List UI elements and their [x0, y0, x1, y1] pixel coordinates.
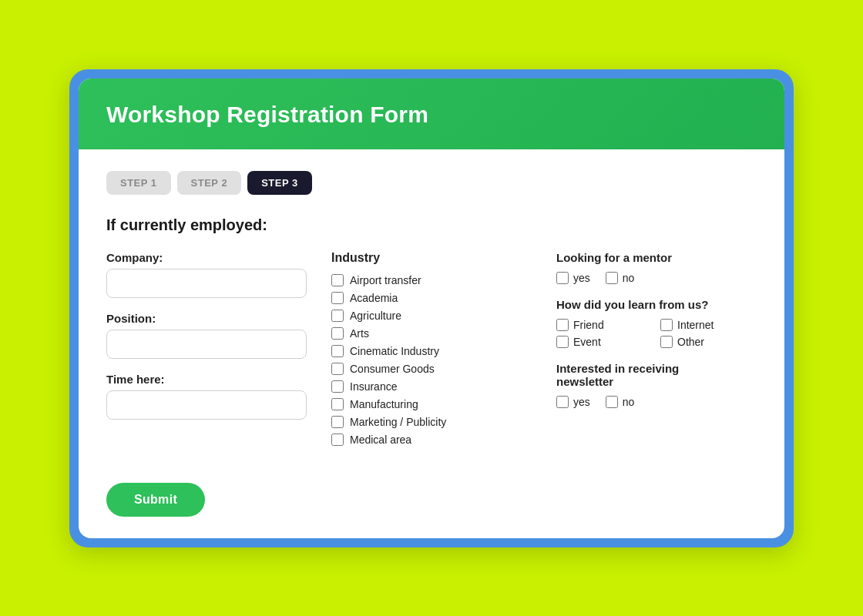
- time-here-input[interactable]: [106, 390, 307, 420]
- industry-checkbox-marketing[interactable]: [331, 416, 344, 428]
- industry-label-insurance: Insurance: [350, 380, 397, 393]
- time-here-label: Time here:: [106, 373, 307, 386]
- newsletter-yes-label: yes: [573, 396, 590, 408]
- list-item: Agriculture: [331, 310, 532, 322]
- list-item: Manufacturing: [331, 398, 532, 410]
- mentor-yes-option[interactable]: yes: [556, 272, 590, 284]
- industry-checkbox-cinematic[interactable]: [331, 345, 344, 357]
- card-header: Workshop Registration Form: [79, 79, 784, 149]
- how-friend-label: Friend: [573, 319, 604, 331]
- how-other-option[interactable]: Other: [660, 336, 757, 348]
- position-input[interactable]: [106, 330, 307, 359]
- form-grid: Company: Position: Time here: Industry A…: [106, 251, 757, 446]
- how-title: How did you learn from us?: [556, 298, 757, 311]
- newsletter-yes-option[interactable]: yes: [556, 396, 590, 408]
- industry-checkbox-agriculture[interactable]: [331, 310, 344, 322]
- mentor-no-checkbox[interactable]: [606, 272, 618, 284]
- how-event-option[interactable]: Event: [556, 336, 653, 348]
- submit-area: Submit: [79, 467, 784, 538]
- mentor-yes-label: yes: [573, 272, 590, 284]
- industry-checkbox-arts[interactable]: [331, 327, 344, 340]
- company-input[interactable]: [106, 269, 307, 298]
- list-item: Insurance: [331, 380, 532, 393]
- step-1-button[interactable]: STEP 1: [106, 171, 171, 195]
- industry-checkbox-manufacturing[interactable]: [331, 398, 344, 410]
- industry-label-arts: Arts: [350, 327, 369, 340]
- mentor-no-option[interactable]: no: [606, 272, 635, 284]
- industry-label-agriculture: Agriculture: [350, 310, 401, 322]
- how-friend-option[interactable]: Friend: [556, 319, 653, 331]
- how-other-checkbox[interactable]: [660, 336, 673, 348]
- how-grid: Friend Internet Event Other: [556, 319, 757, 348]
- industry-label-medical: Medical area: [350, 434, 411, 446]
- step-3-button[interactable]: STEP 3: [247, 171, 312, 195]
- position-label: Position:: [106, 312, 307, 325]
- how-internet-label: Internet: [677, 319, 714, 331]
- newsletter-no-option[interactable]: no: [606, 396, 635, 408]
- newsletter-no-label: no: [623, 396, 635, 408]
- newsletter-no-checkbox[interactable]: [606, 396, 618, 408]
- industry-label-cinematic: Cinematic Industry: [350, 345, 439, 357]
- submit-button[interactable]: Submit: [106, 483, 205, 517]
- outer-card: Workshop Registration Form STEP 1 STEP 2…: [69, 69, 794, 547]
- form-card: Workshop Registration Form STEP 1 STEP 2…: [79, 79, 784, 538]
- form-title: Workshop Registration Form: [106, 102, 757, 128]
- list-item: Academia: [331, 292, 532, 304]
- industry-checkbox-insurance[interactable]: [331, 380, 344, 393]
- middle-column: Industry Airport transfer Academia Ag: [331, 251, 532, 446]
- industry-label-airport: Airport transfer: [350, 274, 421, 286]
- industry-checkbox-airport[interactable]: [331, 274, 344, 286]
- industry-list: Airport transfer Academia Agriculture: [331, 274, 532, 446]
- right-column: Looking for a mentor yes no How did you …: [556, 251, 757, 422]
- mentor-options: yes no: [556, 272, 757, 284]
- industry-label-manufacturing: Manufacturing: [350, 398, 418, 410]
- steps-container: STEP 1 STEP 2 STEP 3: [106, 171, 757, 195]
- newsletter-title: Interested in receivingnewsletter: [556, 362, 757, 388]
- company-label: Company:: [106, 251, 307, 264]
- card-body: STEP 1 STEP 2 STEP 3 If currently employ…: [79, 149, 784, 467]
- industry-checkbox-medical[interactable]: [331, 434, 344, 446]
- how-event-checkbox[interactable]: [556, 336, 569, 348]
- newsletter-yes-checkbox[interactable]: [556, 396, 569, 408]
- industry-checkbox-consumer[interactable]: [331, 363, 344, 375]
- mentor-yes-checkbox[interactable]: [556, 272, 569, 284]
- how-other-label: Other: [677, 336, 704, 348]
- step-2-button[interactable]: STEP 2: [177, 171, 242, 195]
- list-item: Airport transfer: [331, 274, 532, 286]
- how-friend-checkbox[interactable]: [556, 319, 569, 331]
- section-title: If currently employed:: [106, 216, 757, 234]
- list-item: Consumer Goods: [331, 363, 532, 375]
- left-column: Company: Position: Time here:: [106, 251, 307, 434]
- industry-checkbox-academia[interactable]: [331, 292, 344, 304]
- industry-label-academia: Academia: [350, 292, 398, 304]
- industry-label-consumer: Consumer Goods: [350, 363, 435, 375]
- how-event-label: Event: [573, 336, 601, 348]
- how-internet-checkbox[interactable]: [660, 319, 673, 331]
- newsletter-options: yes no: [556, 396, 757, 408]
- list-item: Medical area: [331, 434, 532, 446]
- mentor-no-label: no: [623, 272, 635, 284]
- industry-label-marketing: Marketing / Publicity: [350, 416, 446, 428]
- mentor-title: Looking for a mentor: [556, 251, 757, 264]
- list-item: Cinematic Industry: [331, 345, 532, 357]
- list-item: Marketing / Publicity: [331, 416, 532, 428]
- how-internet-option[interactable]: Internet: [660, 319, 757, 331]
- list-item: Arts: [331, 327, 532, 340]
- industry-title: Industry: [331, 251, 532, 265]
